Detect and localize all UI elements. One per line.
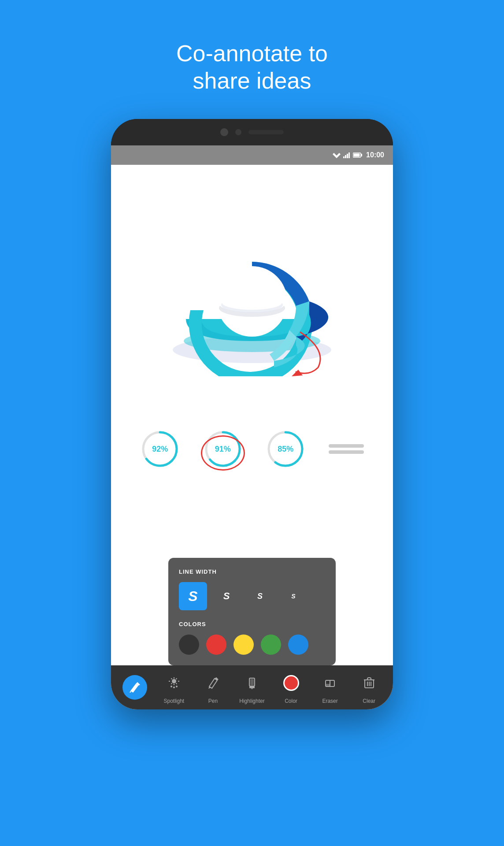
svg-marker-0 — [333, 153, 341, 158]
clear-label: Clear — [363, 698, 375, 704]
toolbar-color[interactable]: Color — [275, 671, 307, 704]
header-text: Co-annotate to share ideas — [0, 0, 504, 121]
toolbar-clear[interactable]: Clear — [353, 671, 385, 704]
stat-bars — [329, 444, 364, 454]
lw-symbol-lg: S — [223, 590, 230, 602]
stats-row: 92% 91% — [111, 420, 393, 478]
pen2-icon — [207, 677, 219, 689]
toolbar-pen2[interactable]: Pen — [197, 671, 229, 704]
stat-bar-2 — [329, 450, 364, 454]
svg-rect-34 — [250, 679, 254, 685]
lw-symbol-md: S — [257, 592, 263, 601]
svg-rect-4 — [348, 152, 350, 158]
status-icons — [333, 152, 363, 158]
spotlight-label: Spotlight — [163, 698, 184, 704]
annotation-panel: LINE WIDTH S S S S COLORS — [168, 558, 336, 665]
line-width-xl[interactable]: S — [179, 582, 207, 610]
stat-circle-85: 85% — [266, 429, 305, 469]
clear-icon-bg — [357, 671, 382, 695]
color-black[interactable] — [179, 634, 199, 655]
lw-symbol-xl: S — [188, 588, 197, 605]
svg-point-31 — [173, 686, 175, 688]
phone-frame: 10:00 — [111, 119, 393, 709]
spotlight-icon — [168, 677, 180, 689]
stat-value-85: 85% — [278, 445, 293, 454]
svg-point-32 — [176, 686, 178, 687]
status-time: 10:00 — [366, 151, 384, 159]
bottom-toolbar: Spotlight Pen — [111, 665, 393, 709]
pen2-icon-bg — [200, 671, 225, 695]
stat-value-91: 91% — [215, 445, 231, 454]
color-yellow[interactable] — [233, 634, 254, 655]
phone-top-bar — [111, 119, 393, 145]
stat-circle-91: 91% — [203, 429, 243, 469]
lw-symbol-sm: S — [291, 593, 295, 600]
trash-icon — [363, 677, 375, 689]
color-blue[interactable] — [288, 634, 308, 655]
svg-rect-6 — [361, 154, 362, 156]
pen-icon — [129, 681, 141, 694]
eraser-icon — [324, 677, 336, 689]
color-green[interactable] — [261, 634, 281, 655]
status-bar: 10:00 — [111, 145, 393, 165]
highlighter-label: Highlighter — [239, 698, 264, 704]
svg-rect-7 — [354, 154, 360, 157]
stat-circle-92: 92% — [140, 429, 180, 469]
svg-point-14 — [222, 296, 282, 310]
stat-value-92: 92% — [152, 445, 168, 454]
header-line2: share ideas — [0, 67, 504, 94]
toolbar-spotlight[interactable]: Spotlight — [158, 671, 190, 704]
svg-point-30 — [170, 686, 172, 687]
color-icon-bg — [279, 671, 304, 695]
phone-screen: 92% 91% — [111, 165, 393, 709]
header-line1: Co-annotate to — [0, 40, 504, 67]
wifi-icon — [333, 152, 341, 158]
battery-icon — [353, 152, 363, 158]
toolbar-eraser[interactable]: Eraser — [314, 671, 346, 704]
svg-rect-39 — [326, 684, 330, 686]
svg-rect-35 — [249, 686, 255, 688]
svg-line-28 — [176, 679, 177, 679]
signal-icon — [343, 152, 350, 158]
pen2-label: Pen — [208, 698, 218, 704]
toolbar-highlighter[interactable]: Highlighter — [236, 671, 268, 704]
phone-camera — [220, 128, 228, 136]
stat-bar-1 — [329, 444, 364, 448]
svg-line-27 — [176, 683, 177, 684]
toolbar-pen[interactable] — [119, 675, 151, 700]
colors-row — [179, 634, 325, 655]
eraser-label: Eraser — [322, 698, 337, 704]
color-red[interactable] — [206, 634, 226, 655]
svg-rect-3 — [347, 154, 348, 158]
svg-rect-1 — [343, 156, 345, 158]
color-label: Color — [285, 698, 297, 704]
chart-area — [111, 165, 393, 420]
line-width-sm[interactable]: S — [279, 582, 308, 610]
highlighter-icon — [246, 677, 258, 689]
line-width-lg[interactable]: S — [212, 582, 241, 610]
svg-point-21 — [172, 679, 176, 683]
highlighter-icon-bg — [240, 671, 264, 695]
app-background: Co-annotate to share ideas — [0, 0, 504, 121]
phone-speaker — [248, 130, 284, 134]
color-circle-icon — [283, 675, 299, 691]
eraser-icon-bg — [318, 671, 342, 695]
spotlight-icon-bg — [162, 671, 186, 695]
line-width-md[interactable]: S — [246, 582, 274, 610]
pen-icon-bg — [122, 675, 147, 700]
svg-rect-2 — [345, 155, 346, 158]
svg-line-26 — [171, 679, 172, 679]
stat-circle-91-container: 91% — [203, 429, 243, 469]
colors-label: COLORS — [179, 621, 325, 627]
svg-line-29 — [171, 683, 172, 684]
line-width-label: LINE WIDTH — [179, 568, 325, 575]
phone-camera-small — [235, 129, 241, 135]
donut-chart — [159, 209, 345, 376]
line-width-options[interactable]: S S S S — [179, 582, 325, 610]
